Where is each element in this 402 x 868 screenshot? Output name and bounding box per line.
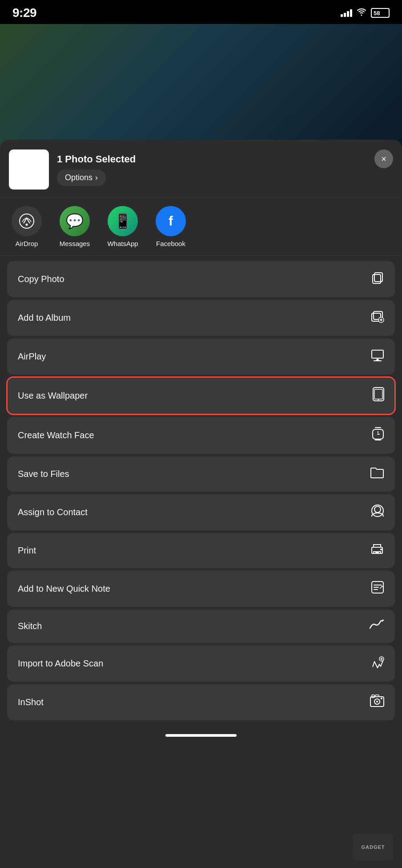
- add-to-album-icon: [371, 310, 384, 326]
- copy-photo-icon: [371, 271, 384, 287]
- share-header: 1 Photo Selected Options › ×: [0, 140, 402, 198]
- status-time: 9:29: [12, 6, 36, 20]
- print-item[interactable]: Print: [7, 533, 395, 568]
- inshot-icon: [370, 694, 384, 711]
- svg-point-29: [376, 701, 378, 702]
- airdrop-label: AirDrop: [16, 240, 38, 247]
- airplay-icon: [371, 348, 384, 365]
- airplay-item[interactable]: AirPlay: [7, 339, 395, 375]
- skitch-icon: [369, 619, 384, 633]
- photo-thumbnail: [9, 149, 49, 190]
- copy-photo-label: Copy Photo: [18, 274, 64, 284]
- use-as-wallpaper-label: Use as Wallpaper: [18, 391, 88, 401]
- status-bar: 9:29 58: [0, 0, 402, 24]
- create-watch-face-icon: [372, 427, 384, 444]
- airplay-label: AirPlay: [18, 351, 46, 362]
- background-blur: [0, 24, 402, 149]
- use-as-wallpaper-item[interactable]: Use as Wallpaper: [7, 377, 395, 414]
- whatsapp-icon: 📱: [108, 206, 138, 236]
- facebook-icon: f: [156, 206, 186, 236]
- add-to-quick-note-icon: [371, 581, 384, 597]
- signal-icon: [341, 9, 352, 17]
- home-bar: [165, 734, 237, 737]
- save-to-files-label: Save to Files: [18, 469, 69, 479]
- skitch-item[interactable]: Skitch: [7, 610, 395, 643]
- header-info: 1 Photo Selected Options ›: [57, 153, 393, 186]
- create-watch-face-item[interactable]: Create Watch Face: [7, 417, 395, 454]
- svg-point-32: [381, 698, 382, 699]
- svg-point-1: [26, 224, 28, 226]
- use-as-wallpaper-icon: [373, 387, 384, 404]
- svg-point-13: [378, 399, 379, 400]
- share-sheet: 1 Photo Selected Options › × AirDrop: [0, 140, 402, 868]
- assign-to-contact-icon: [371, 504, 384, 521]
- facebook-label: Facebook: [156, 240, 185, 247]
- assign-to-contact-label: Assign to Contact: [18, 507, 88, 517]
- airdrop-icon: [12, 206, 42, 236]
- svg-point-0: [20, 214, 34, 228]
- messages-icon: 💬: [60, 206, 90, 236]
- messages-label: Messages: [60, 240, 90, 247]
- print-icon: [370, 543, 384, 558]
- skitch-label: Skitch: [18, 621, 42, 631]
- svg-point-22: [380, 549, 382, 550]
- add-to-album-label: Add to Album: [18, 313, 71, 323]
- options-button[interactable]: Options ›: [57, 170, 106, 186]
- status-icons: 58: [341, 8, 390, 18]
- add-to-quick-note-item[interactable]: Add to New Quick Note: [7, 571, 395, 607]
- app-item-facebook[interactable]: f Facebook: [153, 206, 189, 247]
- inshot-label: InShot: [18, 697, 44, 707]
- whatsapp-label: WhatsApp: [107, 240, 138, 247]
- add-to-quick-note-label: Add to New Quick Note: [18, 584, 110, 594]
- battery-indicator: 58: [371, 8, 390, 18]
- copy-photo-item[interactable]: Copy Photo: [7, 261, 395, 297]
- import-adobe-scan-item[interactable]: Import to Adobe Scan: [7, 646, 395, 682]
- svg-rect-21: [375, 552, 379, 553]
- svg-rect-31: [375, 695, 379, 697]
- add-to-album-item[interactable]: Add to Album: [7, 300, 395, 336]
- inshot-item[interactable]: InShot: [7, 684, 395, 720]
- save-to-files-item[interactable]: Save to Files: [7, 456, 395, 492]
- app-item-whatsapp[interactable]: 📱 WhatsApp: [105, 206, 141, 247]
- import-adobe-scan-icon: [371, 655, 384, 672]
- app-item-messages[interactable]: 💬 Messages: [57, 206, 92, 247]
- save-to-files-icon: [370, 466, 384, 482]
- app-row: AirDrop 💬 Messages 📱 WhatsApp f Facebook: [0, 198, 402, 256]
- share-title: 1 Photo Selected: [57, 153, 393, 165]
- wifi-icon: [357, 8, 366, 18]
- svg-rect-9: [372, 350, 383, 358]
- assign-to-contact-item[interactable]: Assign to Contact: [7, 494, 395, 530]
- menu-section: Copy Photo Add to Album A: [0, 256, 402, 727]
- watermark: GADGET: [353, 834, 393, 860]
- create-watch-face-label: Create Watch Face: [18, 430, 94, 440]
- print-label: Print: [18, 545, 36, 556]
- home-indicator: [0, 727, 402, 744]
- svg-rect-12: [374, 389, 382, 399]
- import-adobe-scan-label: Import to Adobe Scan: [18, 658, 103, 669]
- svg-point-18: [374, 506, 381, 513]
- close-button[interactable]: ×: [374, 149, 393, 168]
- app-item-airdrop[interactable]: AirDrop: [9, 206, 44, 247]
